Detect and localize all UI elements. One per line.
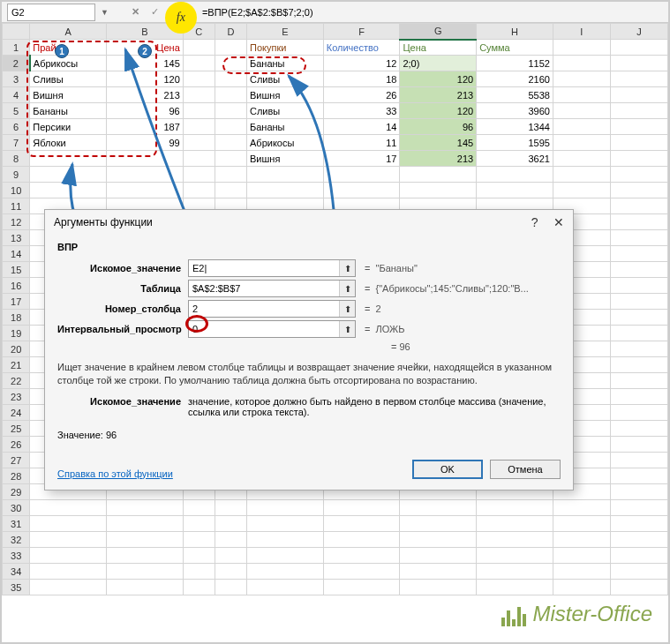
cell[interactable] <box>30 564 107 580</box>
cell[interactable]: Абрикосы <box>247 135 324 151</box>
row-header[interactable]: 13 <box>3 230 30 246</box>
range-select-icon[interactable]: ⬆ <box>339 260 355 276</box>
cell[interactable]: 187 <box>107 119 184 135</box>
cell[interactable] <box>610 151 667 167</box>
cell[interactable] <box>400 564 477 580</box>
cell[interactable] <box>477 564 553 580</box>
cell[interactable] <box>215 40 246 56</box>
row-header[interactable]: 14 <box>3 246 30 262</box>
cell[interactable]: Персики <box>30 119 107 135</box>
cell[interactable]: 145 <box>400 135 477 151</box>
row-header[interactable]: 22 <box>3 373 30 389</box>
row-header[interactable]: 29 <box>3 484 30 500</box>
select-all-cell[interactable] <box>3 24 30 40</box>
col-header[interactable]: F <box>323 24 400 40</box>
cell[interactable] <box>553 183 610 198</box>
cell[interactable] <box>610 230 667 246</box>
arg-input[interactable] <box>189 323 339 335</box>
cell[interactable] <box>610 484 667 500</box>
cell[interactable] <box>610 103 667 119</box>
cell[interactable] <box>247 500 324 516</box>
row-header[interactable]: 6 <box>3 119 30 135</box>
cell[interactable] <box>553 56 610 71</box>
help-icon[interactable]: ? <box>531 215 538 229</box>
cell[interactable] <box>183 183 215 198</box>
cell[interactable] <box>107 580 184 595</box>
cell[interactable] <box>610 198 667 214</box>
cell[interactable] <box>477 516 553 532</box>
cell[interactable] <box>400 183 477 198</box>
cell[interactable] <box>610 183 667 198</box>
cell[interactable]: 1344 <box>477 119 553 135</box>
cell[interactable] <box>215 87 246 103</box>
cell[interactable] <box>247 183 324 198</box>
cell[interactable] <box>215 56 246 71</box>
row-header[interactable]: 16 <box>3 278 30 294</box>
row-header[interactable]: 18 <box>3 310 30 326</box>
cell[interactable]: Сливы <box>247 103 324 119</box>
row-header[interactable]: 20 <box>3 341 30 357</box>
cell[interactable] <box>215 71 246 87</box>
cell[interactable] <box>553 580 610 595</box>
cell[interactable] <box>107 183 184 198</box>
cell[interactable] <box>553 516 610 532</box>
cell[interactable] <box>477 167 553 183</box>
cell[interactable] <box>610 564 667 580</box>
col-header[interactable]: G <box>400 24 477 40</box>
row-header[interactable]: 10 <box>3 183 30 198</box>
arg-input[interactable] <box>189 282 339 295</box>
cell[interactable]: 99 <box>107 135 184 151</box>
cell[interactable]: 14 <box>323 119 400 135</box>
cell[interactable] <box>183 56 215 71</box>
row-header[interactable]: 3 <box>3 71 30 87</box>
cell[interactable] <box>215 580 246 595</box>
cell[interactable] <box>553 548 610 564</box>
cell[interactable] <box>215 532 246 548</box>
help-link[interactable]: Справка по этой функции <box>57 468 173 479</box>
col-header[interactable]: A <box>30 24 107 40</box>
cell[interactable] <box>107 500 184 516</box>
cell[interactable] <box>107 532 184 548</box>
cell[interactable] <box>610 389 667 405</box>
cell[interactable] <box>215 548 246 564</box>
cell[interactable]: 18 <box>323 71 400 87</box>
cell[interactable]: Яблоки <box>30 135 107 151</box>
row-header[interactable]: 25 <box>3 421 30 437</box>
cell[interactable] <box>610 516 667 532</box>
cell[interactable]: 120 <box>400 103 477 119</box>
row-header[interactable]: 30 <box>3 500 30 516</box>
cell[interactable] <box>247 516 324 532</box>
cell[interactable] <box>553 71 610 87</box>
cell[interactable] <box>610 453 667 468</box>
cell[interactable]: 1152 <box>477 56 553 71</box>
row-header[interactable]: 33 <box>3 548 30 564</box>
cell[interactable] <box>400 580 477 595</box>
cell[interactable] <box>610 262 667 278</box>
cell[interactable] <box>215 500 246 516</box>
cell[interactable]: 3621 <box>477 151 553 167</box>
cell[interactable] <box>610 357 667 373</box>
cell[interactable]: 26 <box>323 87 400 103</box>
range-select-icon[interactable]: ⬆ <box>339 301 355 317</box>
cell[interactable] <box>215 564 246 580</box>
cell[interactable]: Бананы <box>247 56 324 71</box>
cell[interactable] <box>30 151 107 167</box>
cell[interactable] <box>610 326 667 341</box>
cell[interactable] <box>610 294 667 310</box>
cell[interactable] <box>610 135 667 151</box>
row-header[interactable]: 12 <box>3 214 30 230</box>
cell[interactable]: Цена <box>400 40 477 56</box>
cell[interactable] <box>183 40 215 56</box>
cell[interactable] <box>183 119 215 135</box>
cell[interactable]: 12 <box>323 56 400 71</box>
cell[interactable]: 120 <box>400 71 477 87</box>
cell[interactable] <box>323 580 400 595</box>
cell[interactable] <box>400 532 477 548</box>
range-select-icon[interactable]: ⬆ <box>339 321 355 337</box>
cell[interactable] <box>107 151 184 167</box>
cell[interactable] <box>553 87 610 103</box>
cell[interactable] <box>610 310 667 326</box>
cell[interactable]: Количество <box>323 40 400 56</box>
cell[interactable] <box>553 135 610 151</box>
col-header[interactable]: J <box>610 24 667 40</box>
